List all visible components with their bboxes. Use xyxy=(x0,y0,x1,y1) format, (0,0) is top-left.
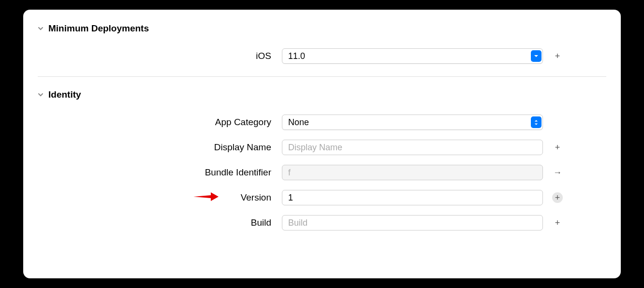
row-display-name: Display Name + xyxy=(23,135,621,160)
label-bundle-identifier: Bundle Identifier xyxy=(38,167,282,178)
chevron-down-icon[interactable] xyxy=(38,92,44,98)
version-input[interactable] xyxy=(282,190,543,205)
ios-version-value: 11.0 xyxy=(288,51,531,61)
up-down-chevron-icon xyxy=(531,116,542,128)
row-ios: iOS 11.0 + xyxy=(23,43,621,69)
go-to-bundle-button[interactable]: → xyxy=(552,167,563,178)
add-deployment-button[interactable]: + xyxy=(552,51,563,61)
add-display-name-button[interactable]: + xyxy=(552,142,563,153)
add-version-button[interactable]: + xyxy=(552,192,563,203)
section-title-deployments: Minimum Deployments xyxy=(48,23,149,34)
row-build: Build + xyxy=(23,210,621,235)
row-version: Version + xyxy=(23,185,621,210)
section-title-identity: Identity xyxy=(48,89,81,100)
app-category-value: None xyxy=(288,117,531,128)
row-app-category: App Category None xyxy=(23,110,621,135)
label-app-category: App Category xyxy=(38,117,282,128)
build-input[interactable] xyxy=(282,215,543,230)
label-ios: iOS xyxy=(38,51,282,61)
label-display-name: Display Name xyxy=(38,142,282,153)
ios-version-combo[interactable]: 11.0 xyxy=(282,48,543,64)
bundle-identifier-input[interactable] xyxy=(282,165,543,180)
settings-panel: Minimum Deployments iOS 11.0 + Identity … xyxy=(23,10,621,278)
section-divider xyxy=(38,76,606,77)
label-version: Version xyxy=(38,192,282,203)
chevron-down-icon[interactable] xyxy=(38,26,44,31)
section-header-deployments: Minimum Deployments xyxy=(23,21,621,43)
row-bundle-identifier: Bundle Identifier → xyxy=(23,160,621,185)
app-category-select[interactable]: None xyxy=(282,115,543,130)
label-build: Build xyxy=(38,217,282,228)
chevron-down-icon xyxy=(531,50,542,62)
display-name-input[interactable] xyxy=(282,140,543,155)
section-header-identity: Identity xyxy=(23,87,621,110)
add-build-button[interactable]: + xyxy=(552,217,563,228)
